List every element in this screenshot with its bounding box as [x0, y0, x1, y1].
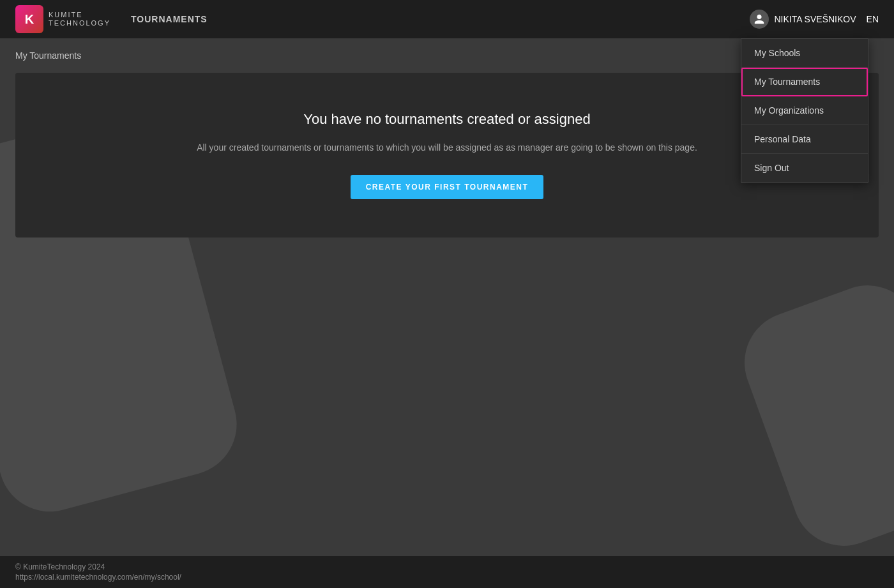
dropdown-personal-data[interactable]: Personal Data	[741, 125, 868, 154]
dropdown-my-organizations[interactable]: My Organizations	[741, 96, 868, 125]
logo[interactable]: K KUMITE TECHNOLOGY	[15, 5, 110, 33]
footer-copyright: © KumiteTechnology 2024	[15, 562, 879, 571]
user-dropdown-menu: My Schools My Tournaments My Organizatio…	[741, 38, 868, 183]
navbar-left: K KUMITE TECHNOLOGY TOURNAMENTS	[15, 5, 208, 33]
language-button[interactable]: EN	[867, 14, 879, 24]
breadcrumb: My Tournaments	[15, 50, 81, 61]
user-avatar-icon	[750, 10, 769, 29]
logo-text: KUMITE TECHNOLOGY	[49, 11, 110, 27]
dropdown-my-schools[interactable]: My Schools	[741, 39, 868, 68]
logo-icon: K	[15, 5, 43, 33]
empty-state-title: You have no tournaments created or assig…	[41, 111, 853, 128]
footer: © KumiteTechnology 2024 https://local.ku…	[0, 556, 894, 588]
dropdown-sign-out[interactable]: Sign Out	[741, 154, 868, 182]
user-name: NIKITA SVEŠNIKOV	[774, 14, 856, 24]
footer-url: https://local.kumitetechnology.com/en/my…	[15, 573, 879, 582]
user-button[interactable]: NIKITA SVEŠNIKOV	[750, 10, 856, 29]
nav-tournaments[interactable]: TOURNAMENTS	[131, 14, 208, 24]
dropdown-my-tournaments[interactable]: My Tournaments	[741, 68, 868, 96]
navbar-right: NIKITA SVEŠNIKOV EN	[750, 10, 879, 29]
navbar: K KUMITE TECHNOLOGY TOURNAMENTS NIKITA S…	[0, 0, 894, 38]
empty-state-description: All your created tournaments or tourname…	[41, 140, 853, 155]
bg-shape-right	[730, 271, 894, 561]
create-tournament-button[interactable]: CREATE YOUR FIRST TOURNAMENT	[351, 175, 544, 199]
